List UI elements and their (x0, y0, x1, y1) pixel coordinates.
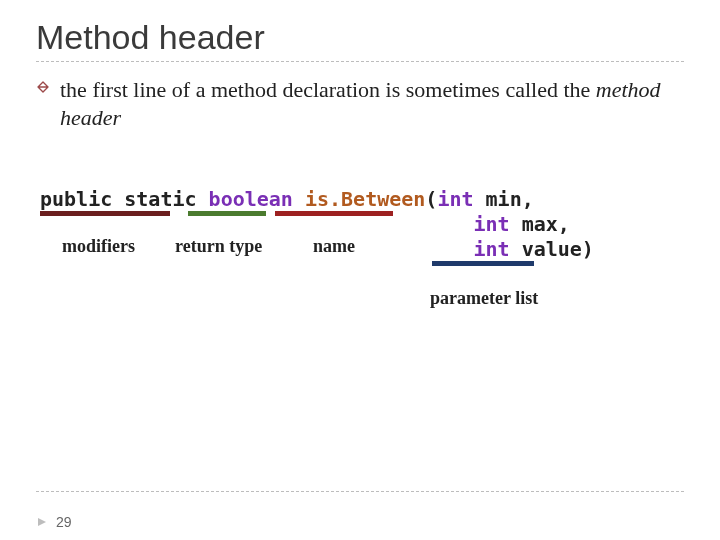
footer-separator (36, 491, 684, 492)
tok-modifiers: public static (40, 187, 197, 211)
tok-int-3: int (473, 237, 509, 261)
title-separator (36, 61, 684, 62)
footer-triangle-icon (36, 516, 48, 528)
body-paragraph: the first line of a method declaration i… (60, 76, 684, 132)
code-line-3: int value) (40, 237, 684, 262)
code-block: public static boolean is.Between(int min… (40, 187, 684, 262)
tok-int-2: int (473, 212, 509, 236)
tok-return-type: boolean (209, 187, 293, 211)
annotation-parameter-list: parameter list (430, 287, 538, 310)
slide-title: Method header (36, 18, 684, 57)
tok-fn-name: is.Between (305, 187, 425, 211)
body-text: the first line of a method declaration i… (36, 76, 684, 132)
code-line-1: public static boolean is.Between(int min… (40, 187, 684, 212)
tok-p1: min, (474, 187, 534, 211)
page-number: 29 (56, 514, 72, 530)
body-prefix: the first line of a method declaration i… (60, 77, 596, 102)
annotation-modifiers: modifiers (62, 235, 135, 258)
bullet-icon (36, 76, 50, 94)
underline-return-type (188, 211, 266, 216)
underline-parameter-list (432, 261, 534, 266)
tok-int-1: int (437, 187, 473, 211)
tok-paren-open: ( (425, 187, 437, 211)
underline-modifiers (40, 211, 170, 216)
annotation-name: name (313, 235, 355, 258)
tok-p2: max, (510, 212, 570, 236)
slide: Method header the first line of a method… (0, 0, 720, 540)
underline-name (275, 211, 393, 216)
annotation-return-type: return type (175, 235, 262, 258)
tok-p3: value) (510, 237, 594, 261)
svg-marker-0 (38, 518, 46, 526)
footer: 29 (36, 514, 72, 530)
